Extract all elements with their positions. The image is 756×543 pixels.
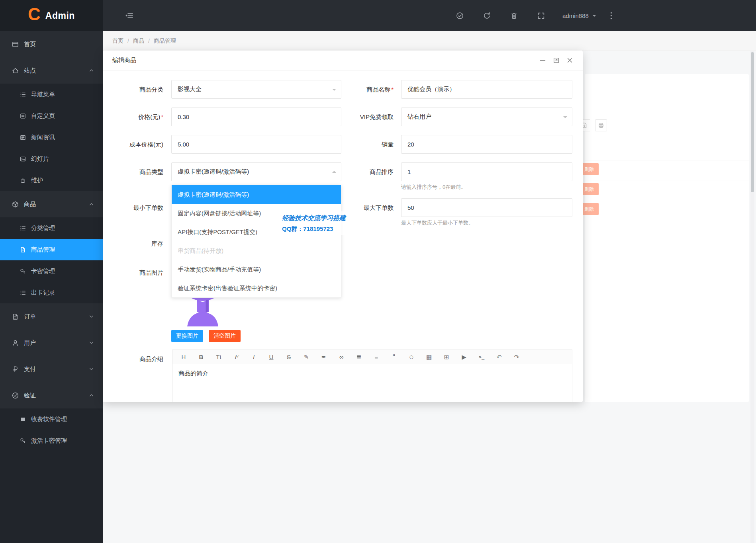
sidebar-item-maintenance[interactable]: 维护 — [0, 170, 103, 191]
font-family-icon[interactable]: F — [227, 354, 245, 361]
square-icon — [20, 416, 26, 422]
sidebar-item-products[interactable]: 商品 — [0, 191, 103, 217]
product-type-select[interactable]: 虚拟卡密(邀请码/激活码等) — [171, 162, 341, 181]
max-order-input[interactable] — [401, 198, 572, 217]
brush-icon[interactable]: ✒ — [315, 354, 333, 361]
sidebar-item-verification[interactable]: 验证 — [0, 382, 103, 408]
sidebar-item-home[interactable]: 首页 — [0, 31, 103, 57]
category-select[interactable]: 影视大全 — [171, 80, 341, 99]
breadcrumb-item-home[interactable]: 首页 — [112, 37, 123, 45]
align-icon[interactable]: ≡ — [368, 354, 385, 360]
fullscreen-icon[interactable] — [527, 12, 554, 20]
key-icon — [20, 438, 26, 444]
home-icon — [12, 67, 19, 74]
sidebar-item-label: 订单 — [24, 313, 36, 320]
more-vertical-icon[interactable] — [599, 12, 623, 20]
product-name-label: 商品名称* — [326, 80, 394, 99]
unordered-list-icon[interactable]: ≣ — [350, 354, 368, 361]
close-icon[interactable] — [566, 57, 573, 64]
minimize-icon[interactable] — [539, 57, 546, 64]
sidebar-item-nav-menu[interactable]: 导航菜单 — [0, 84, 103, 105]
maximize-icon[interactable] — [553, 57, 560, 64]
redo-icon[interactable]: ↷ — [508, 354, 525, 361]
watermark-line2: QQ群：718195723 — [282, 224, 346, 234]
emoji-icon[interactable]: ☺ — [403, 354, 420, 360]
trash-icon[interactable] — [500, 12, 527, 20]
sort-input[interactable] — [401, 162, 572, 181]
sidebar-item-card-key-mgmt[interactable]: 卡密管理 — [0, 260, 103, 282]
sidebar-item-card-records[interactable]: 出卡记录 — [0, 282, 103, 303]
sidebar-item-news[interactable]: 新闻资讯 — [0, 127, 103, 148]
price-input[interactable] — [171, 107, 341, 126]
undo-icon[interactable]: ↶ — [490, 354, 508, 361]
cost-price-input[interactable] — [171, 135, 341, 154]
sidebar-item-custom-page[interactable]: 自定义页 — [0, 105, 103, 127]
sidebar-item-payment[interactable]: 支付 — [0, 356, 103, 382]
window-icon — [12, 41, 19, 48]
user-icon — [12, 340, 19, 346]
check-circle-icon[interactable] — [446, 12, 473, 20]
topbar: admin888 — [103, 0, 756, 31]
cube-icon — [12, 201, 19, 208]
news-icon — [20, 135, 26, 141]
dropdown-option[interactable]: 手动发货(实物商品/手动充值等) — [172, 260, 341, 279]
app-logo: C Admin — [0, 0, 103, 31]
sidebar-item-label: 用户 — [24, 339, 36, 347]
attachment-icon[interactable]: ✎ — [298, 354, 315, 361]
page-icon — [20, 113, 26, 119]
sidebar-item-label: 激活卡密管理 — [31, 437, 67, 445]
page: C Admin admin888 首页 站点 导航菜单 自定义页 新闻资讯 幻灯… — [0, 0, 756, 543]
table-icon[interactable]: ⊞ — [438, 354, 455, 361]
vip-select[interactable]: 钻石用户 — [401, 107, 572, 126]
sidebar-item-site[interactable]: 站点 — [0, 57, 103, 84]
sales-input[interactable] — [401, 135, 572, 154]
sidebar-item-category-mgmt[interactable]: 分类管理 — [0, 217, 103, 239]
change-image-button[interactable]: 更换图片 — [171, 330, 203, 342]
robot-icon — [20, 178, 26, 184]
bold-icon[interactable]: B — [192, 354, 210, 360]
link-icon[interactable]: ∞ — [333, 354, 350, 360]
image-icon — [20, 156, 26, 162]
sidebar-item-slides[interactable]: 幻灯片 — [0, 148, 103, 170]
heading-icon[interactable]: H — [175, 354, 192, 360]
sidebar-item-product-mgmt[interactable]: 商品管理 — [0, 239, 103, 260]
strikethrough-icon[interactable]: S — [280, 354, 298, 360]
clear-image-button[interactable]: 清空图片 — [209, 330, 241, 342]
dropdown-option-selected[interactable]: 虚拟卡密(邀请码/激活码等) — [172, 185, 341, 204]
intro-editor-content[interactable]: 商品的简介 — [172, 364, 572, 383]
sidebar-item-activation-key-mgmt[interactable]: 激活卡密管理 — [0, 430, 103, 451]
max-order-hint: 最大下单数应大于最小下单数。 — [401, 219, 474, 227]
chevron-up-icon — [89, 202, 94, 207]
pay-icon — [12, 366, 19, 373]
user-menu[interactable]: admin888 — [554, 12, 599, 19]
scrollbar-thumb[interactable] — [751, 52, 754, 192]
sidebar-item-paid-software-mgmt[interactable]: 收费软件管理 — [0, 408, 103, 430]
sidebar-item-label: 商品 — [24, 201, 36, 208]
min-order-label: 最小下单数 — [103, 198, 163, 217]
underline-icon[interactable]: U — [262, 354, 280, 360]
code-icon[interactable]: >_ — [473, 354, 490, 360]
quote-icon[interactable]: “ — [385, 354, 403, 360]
modal-title: 编辑商品 — [112, 57, 136, 64]
check-circle-icon — [12, 392, 19, 399]
key-icon — [20, 268, 26, 274]
product-type-dropdown: 虚拟卡密(邀请码/激活码等) 固定内容(网盘链接/活动网址等) API接口(支持… — [171, 185, 341, 298]
dropdown-option-disabled: 串货商品(待开放) — [172, 241, 341, 260]
breadcrumb-item-products[interactable]: 商品 — [133, 37, 144, 45]
sidebar-item-label: 出卡记录 — [31, 289, 55, 297]
video-icon[interactable]: ▶ — [455, 354, 473, 361]
image-icon[interactable]: ▦ — [420, 354, 438, 361]
refresh-icon[interactable] — [473, 12, 500, 20]
breadcrumb: 首页 / 商品 / 商品管理 — [103, 31, 756, 51]
modal-actions — [539, 57, 573, 64]
sidebar-item-orders[interactable]: 订单 — [0, 303, 103, 330]
font-size-icon[interactable]: Tt — [210, 354, 227, 360]
sidebar-item-label: 收费软件管理 — [31, 416, 67, 423]
italic-icon[interactable]: I — [245, 354, 262, 360]
dropdown-option[interactable]: 验证系统卡密(出售验证系统中的卡密) — [172, 279, 341, 297]
collapse-menu-icon[interactable] — [125, 0, 133, 31]
product-name-input[interactable] — [401, 80, 572, 99]
sidebar-item-users[interactable]: 用户 — [0, 330, 103, 356]
list-icon — [20, 290, 26, 296]
chevron-down-icon — [89, 340, 94, 346]
